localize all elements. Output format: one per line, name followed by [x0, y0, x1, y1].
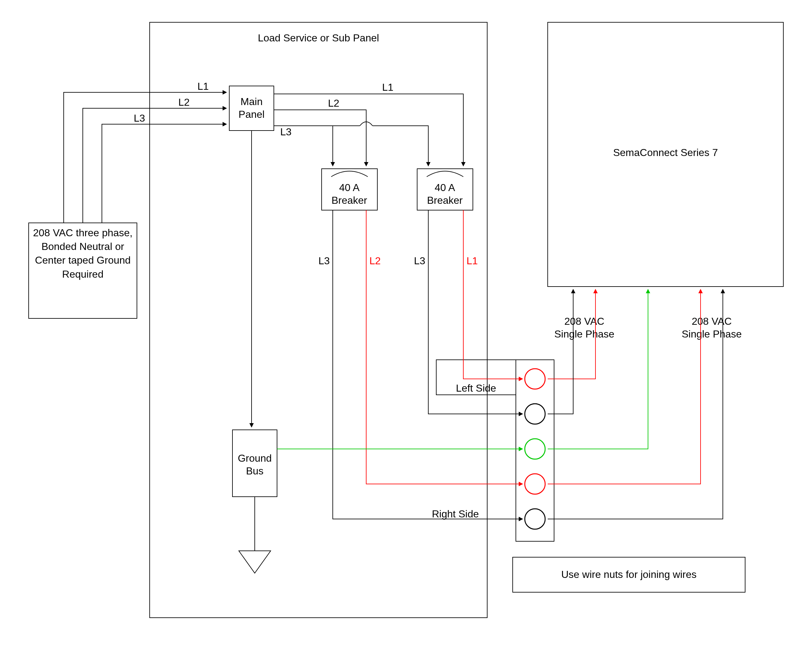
- breaker-b-line2: Breaker: [427, 195, 463, 206]
- wire-src-L1: [63, 92, 226, 223]
- ground-symbol: [239, 551, 271, 573]
- term-4-right-red: [525, 474, 545, 494]
- wire-mp-L1: [274, 94, 463, 165]
- ground-bus-line2: Bus: [246, 465, 263, 477]
- left-side-label: Left Side: [456, 382, 496, 394]
- breaker-a-line1: 40 A: [339, 182, 360, 193]
- lbl-bA-L3: L3: [318, 255, 330, 267]
- lbl-bB-L3: L3: [414, 255, 425, 267]
- lbl-mp-L3: L3: [280, 126, 292, 137]
- wire-mp-L3-b2: [373, 126, 428, 165]
- term-1-left-red: [525, 369, 545, 389]
- breaker-b-line1: 40 A: [434, 182, 455, 193]
- sub-panel-title: Load Service or Sub Panel: [258, 32, 379, 43]
- wiring-diagram: Load Service or Sub Panel 208 VAC three …: [0, 0, 812, 668]
- lbl-mp-L2: L2: [328, 97, 339, 109]
- breaker-b-arc: [427, 171, 463, 177]
- wire-mp-L2: [274, 110, 366, 165]
- wire-t2-to-semaA-blk: [548, 290, 573, 414]
- wire-t3-to-sema-green: [548, 290, 648, 449]
- lbl-mp-L1: L1: [382, 82, 394, 93]
- ground-bus-line1: Ground: [238, 453, 272, 464]
- spB-line2: Single Phase: [682, 328, 742, 340]
- source-label: 208 VAC three phase, Bonded Neutral or C…: [33, 227, 133, 280]
- lbl-src-L2: L2: [178, 97, 190, 108]
- breaker-a-line2: Breaker: [331, 195, 367, 206]
- spA-line1: 208 VAC: [564, 316, 605, 327]
- sema-title: SemaConnect Series 7: [613, 147, 718, 158]
- wire-src-L2: [83, 108, 226, 223]
- term-2-left-black: [525, 404, 545, 424]
- main-panel-box: [229, 86, 274, 130]
- lbl-src-L1: L1: [197, 80, 209, 92]
- sub-panel-box: [150, 22, 487, 618]
- wire-bB-L1-to-t1: [463, 264, 522, 379]
- lbl-src-L3: L3: [134, 112, 145, 124]
- wire-bA-L2-to-t4: [366, 264, 522, 484]
- main-panel-label-2: Panel: [239, 109, 265, 120]
- spB-line1: 208 VAC: [692, 316, 732, 327]
- wire-src-L3: [102, 124, 226, 223]
- term-3-ground: [525, 439, 545, 459]
- lbl-bB-L1: L1: [466, 255, 478, 267]
- spA-line2: Single Phase: [555, 328, 615, 340]
- right-side-label: Right Side: [432, 508, 479, 519]
- footer-label: Use wire nuts for joining wires: [561, 569, 697, 580]
- breaker-a-arc: [331, 171, 368, 177]
- term-5-right-black: [525, 509, 545, 529]
- terminal-column: [516, 360, 554, 541]
- lbl-bA-L2: L2: [369, 255, 381, 267]
- main-panel-label-1: Main: [241, 96, 262, 107]
